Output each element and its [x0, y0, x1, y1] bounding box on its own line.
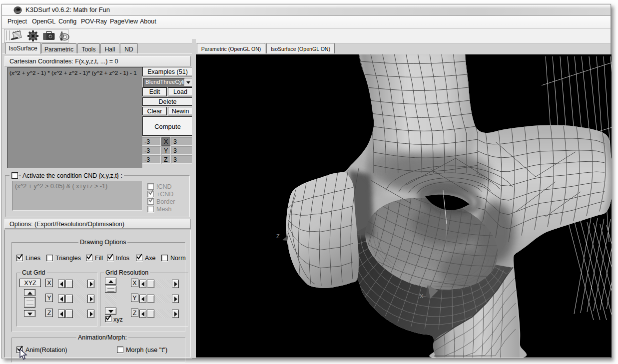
svg-text:X: X	[420, 293, 424, 299]
svg-text:Z: Z	[276, 233, 280, 239]
